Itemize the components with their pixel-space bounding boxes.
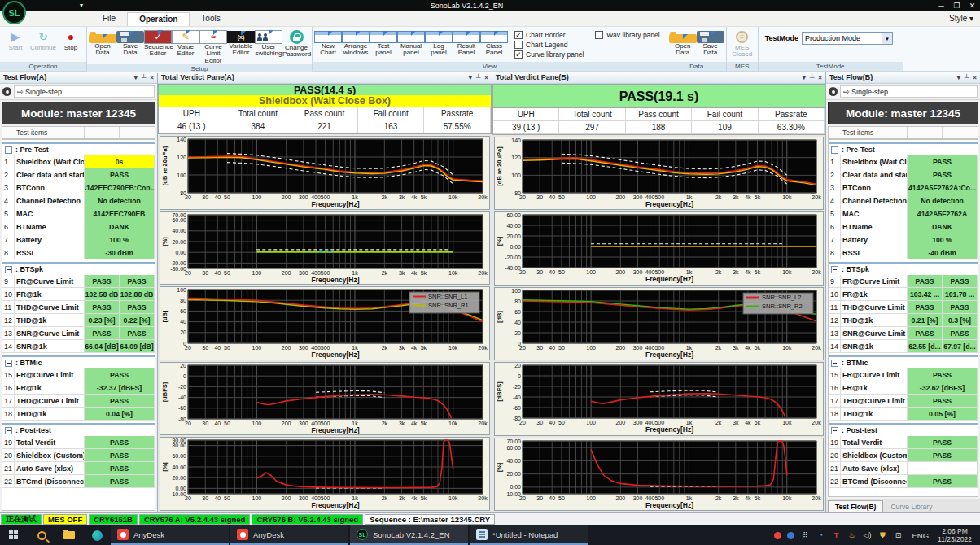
- test-row-b22[interactable]: 22BTCmd (Disconnec...PASS: [829, 475, 978, 488]
- collapse-icon[interactable]: [5, 266, 12, 273]
- taskbar-app-anydesk[interactable]: AnyDesk: [230, 525, 348, 545]
- test-row-a9[interactable]: 9FR@Curve LimitPASSPASS: [2, 275, 155, 288]
- test-row-b15[interactable]: 15FR@Curve LimitPASS: [829, 368, 978, 382]
- collapse-icon[interactable]: [831, 360, 838, 367]
- test-row-a17[interactable]: 17THD@Curve LimitPASS: [2, 395, 155, 408]
- checkbox-chart-legend[interactable]: Chart Legend: [514, 41, 584, 49]
- test-row-b5[interactable]: 5MAC4142A5F2762A: [829, 207, 978, 220]
- checkbox-wav-library-panel[interactable]: Wav library panel: [595, 31, 659, 39]
- taskbar-app-sono[interactable]: SLSonoLab V2.1.4.2_EN: [350, 525, 468, 545]
- pin-icon[interactable]: ┴: [810, 74, 815, 81]
- arrange-windows-button[interactable]: Arrange windows: [342, 28, 370, 57]
- clock-tray-icon[interactable]: [787, 532, 794, 539]
- user-switching-button[interactable]: User switching: [255, 28, 282, 58]
- style-menu-button[interactable]: Style ▾: [949, 14, 973, 23]
- t-tray-icon[interactable]: T: [831, 531, 841, 539]
- variable-editor-button[interactable]: (x)Variable Editor: [227, 28, 255, 57]
- testmode-select[interactable]: Production Mode▾: [802, 32, 893, 45]
- edge-browser-icon[interactable]: [83, 525, 111, 545]
- test-row-b21[interactable]: 21Auto Save (xlsx): [829, 462, 978, 475]
- mes-closed-button[interactable]: ≡MES Closed: [728, 28, 756, 59]
- log-panel-button[interactable]: Log panel: [425, 28, 453, 57]
- test-panel-button[interactable]: Test panel: [370, 28, 397, 57]
- curve-limit-editor-button[interactable]: ≈Curve Limit Editor: [199, 28, 227, 64]
- test-row-b20[interactable]: 20Shieldbox (Custom)PASS: [829, 449, 978, 462]
- security-tray-icon[interactable]: ⛊: [877, 531, 887, 540]
- test-row-a15[interactable]: 15FR@Curve LimitPASS: [2, 368, 155, 382]
- start-button[interactable]: ▶Start: [2, 28, 29, 51]
- test-row-a1[interactable]: 1Shieldbox (Wait Clo...0s: [2, 155, 155, 168]
- dropdown-icon[interactable]: ▾: [469, 74, 472, 81]
- menu-tab-file[interactable]: File: [91, 12, 127, 26]
- gear-icon[interactable]: [2, 87, 11, 96]
- test-row-b12[interactable]: 12THD@1k0.21 [%]0.3 [%]: [829, 314, 978, 327]
- section-header-btmic[interactable]: : BTMic: [829, 355, 978, 368]
- test-row-a10[interactable]: 10FR@1k102.58 dB102.88 dB: [2, 288, 155, 301]
- test-row-b11[interactable]: 11THD@Curve LimitPASSPASS: [829, 301, 978, 314]
- test-row-a21[interactable]: 21Auto Save (xlsx)PASS: [2, 462, 155, 475]
- tab-curve-library[interactable]: Curve Library: [884, 501, 938, 512]
- test-row-a3[interactable]: 3BTConn4142EEC790EB:Con...: [2, 181, 155, 194]
- collapse-icon[interactable]: [831, 146, 838, 154]
- collapse-icon[interactable]: [5, 360, 12, 367]
- anydesk-tray-icon[interactable]: [774, 532, 781, 539]
- test-row-a4[interactable]: 4Channel DetectionNo detection: [2, 194, 155, 207]
- stop-button[interactable]: ●Stop: [57, 28, 85, 51]
- test-row-a5[interactable]: 5MAC4142EEC790EB: [2, 207, 155, 220]
- close-panel-icon[interactable]: ×: [484, 74, 488, 81]
- pin-icon[interactable]: ┴: [476, 74, 481, 81]
- section-header-pretest[interactable]: : Pre-Test: [829, 142, 978, 155]
- single-step-field-a[interactable]: ⇨ Single-step: [14, 85, 155, 98]
- test-row-b7[interactable]: 7Battery100 %: [829, 233, 978, 246]
- test-row-a14[interactable]: 14SNR@1k66.04 [dB]64.09 [dB]: [2, 340, 155, 353]
- section-header-pretest[interactable]: : Pre-Test: [2, 142, 155, 155]
- section-header-posttest[interactable]: : Post-test: [2, 423, 155, 436]
- menu-tab-tools[interactable]: Tools: [190, 12, 231, 26]
- test-row-a19[interactable]: 19Total VerditPASS: [2, 436, 155, 449]
- section-header-btspk[interactable]: : BTSpk: [829, 262, 978, 275]
- dropdown-icon[interactable]: ▾: [134, 74, 138, 81]
- gear-icon[interactable]: [829, 87, 838, 96]
- manual-panel-button[interactable]: Manual panel: [397, 28, 425, 57]
- test-row-b4[interactable]: 4Channel DetectionNo detection: [829, 194, 978, 207]
- save-data-button[interactable]: Save Data: [116, 28, 144, 57]
- start-menu-button[interactable]: [0, 525, 28, 545]
- collapse-icon[interactable]: [831, 266, 838, 273]
- test-row-a6[interactable]: 6BTNameDANK: [2, 220, 155, 233]
- change-password-button[interactable]: Change Password: [282, 28, 310, 59]
- collapse-icon[interactable]: [5, 427, 12, 434]
- onedrive-tray-icon[interactable]: ◔: [816, 531, 825, 539]
- test-row-a16[interactable]: 16FR@1k-32.37 [dBFS]: [2, 382, 155, 395]
- sequence-editor-button[interactable]: ✓Sequence Editor: [144, 28, 172, 58]
- dropdown-icon[interactable]: ▾: [803, 74, 806, 81]
- value-editor-button[interactable]: ✎Value Editor: [172, 28, 199, 58]
- section-header-btspk[interactable]: : BTSpk: [2, 262, 155, 275]
- test-row-b19[interactable]: 19Total VerditPASS: [829, 436, 978, 449]
- dropdown-icon[interactable]: ▾: [957, 74, 960, 81]
- test-row-a11[interactable]: 11THD@Curve LimitPASSPASS: [2, 301, 155, 314]
- test-row-a12[interactable]: 12THD@1k0.23 [%]0.22 [%]: [2, 314, 155, 327]
- language-indicator[interactable]: ENG: [908, 531, 932, 540]
- apps-tray-icon[interactable]: ⠿: [800, 531, 810, 539]
- test-row-b2[interactable]: 2Clear data and star...PASS: [829, 168, 978, 181]
- new-chart-button[interactable]: New Chart: [314, 28, 342, 57]
- test-row-b6[interactable]: 6BTNameDANK: [829, 220, 978, 233]
- maximize-button[interactable]: ❐: [949, 2, 965, 10]
- taskbar-app-note[interactable]: *Untitled - Notepad: [470, 525, 588, 545]
- checkbox-chart-border[interactable]: ✓Chart Border: [514, 31, 584, 39]
- test-row-b10[interactable]: 10FR@1k103.42 ...101.78 ...: [829, 288, 978, 301]
- test-row-a7[interactable]: 7Battery100 %: [2, 233, 155, 246]
- pin-icon[interactable]: ┴: [142, 74, 147, 81]
- checkbox-curve-library-panel[interactable]: ✓Curve library panel: [514, 50, 584, 59]
- continue-button[interactable]: ↻Continue: [29, 28, 57, 51]
- quick-access-toolbar-icon[interactable]: ▾: [80, 2, 83, 9]
- pin-icon[interactable]: ┴: [965, 74, 969, 81]
- minimize-button[interactable]: ─: [934, 2, 949, 10]
- test-row-a18[interactable]: 18THD@1k0.04 [%]: [2, 408, 155, 421]
- open-data-button[interactable]: Open Data: [669, 28, 697, 57]
- close-button[interactable]: ✕: [965, 2, 980, 10]
- test-row-a22[interactable]: 22BTCmd (Disconnect ...PASS: [2, 475, 155, 488]
- test-row-b18[interactable]: 18THD@1k0.05 [%]: [829, 408, 978, 421]
- collapse-icon[interactable]: [5, 146, 12, 154]
- section-header-posttest[interactable]: : Post-test: [829, 423, 978, 436]
